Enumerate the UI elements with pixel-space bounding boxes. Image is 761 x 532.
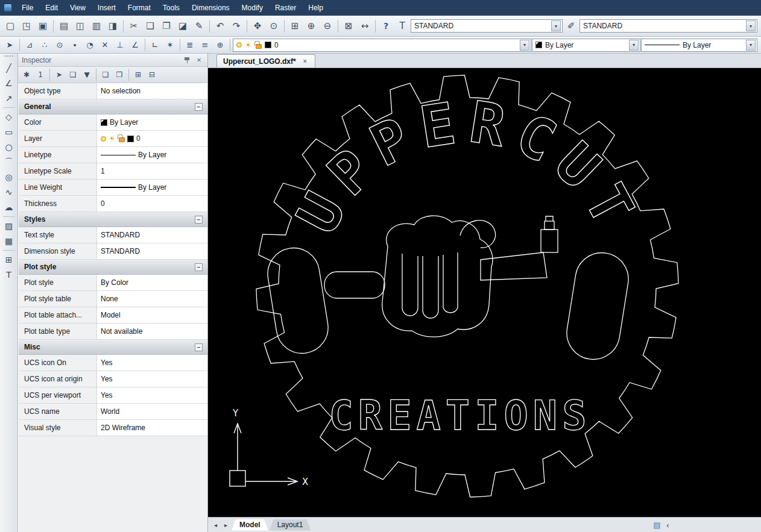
open-button[interactable]: ◳ bbox=[19, 19, 34, 34]
dim-style-button[interactable]: ✐ bbox=[563, 19, 579, 34]
print-preview-button[interactable]: ◫ bbox=[72, 19, 88, 34]
chevron-down-icon[interactable] bbox=[551, 20, 561, 31]
paste-button[interactable]: ❐ bbox=[159, 19, 174, 34]
chevron-down-icon[interactable] bbox=[746, 20, 756, 31]
table-button[interactable]: ⊞ bbox=[2, 252, 16, 267]
paste-special-button[interactable]: ◪ bbox=[175, 19, 191, 34]
osnap-node-button[interactable]: ∙ bbox=[68, 39, 82, 52]
ortho-button[interactable]: ∟ bbox=[148, 39, 162, 52]
model-nav-back-button[interactable] bbox=[211, 520, 220, 530]
zoom-realtime-button[interactable]: ⊙ bbox=[266, 19, 282, 34]
collapse-icon[interactable]: − bbox=[195, 216, 203, 224]
polygon-button[interactable]: ◇ bbox=[2, 110, 16, 124]
osnap-endpoint-button[interactable]: ⊿ bbox=[22, 39, 37, 52]
menu-insert[interactable]: Insert bbox=[92, 1, 122, 14]
undo-button[interactable]: ↶ bbox=[212, 19, 228, 34]
menu-raster[interactable]: Raster bbox=[269, 1, 302, 14]
menu-file[interactable]: File bbox=[16, 1, 39, 14]
arc-button[interactable]: ⌒ bbox=[2, 155, 16, 169]
copy-properties-button[interactable]: ❏ bbox=[99, 69, 112, 81]
chevron-down-icon[interactable] bbox=[629, 40, 639, 51]
rectangle-button[interactable]: ▭ bbox=[2, 125, 16, 139]
menu-view[interactable]: View bbox=[64, 1, 92, 14]
property-row-plot-style[interactable]: Plot style By Color bbox=[19, 275, 207, 291]
zoom-out-button[interactable]: ⊖ bbox=[320, 19, 335, 34]
collapse-icon[interactable]: − bbox=[195, 263, 203, 271]
plot-button[interactable]: ▤ bbox=[56, 19, 72, 34]
property-row-ucs-icon-on[interactable]: UCS icon On Yes bbox=[19, 355, 207, 371]
circle-button[interactable]: ○ bbox=[2, 140, 16, 154]
property-row-ucs-icon-origin[interactable]: UCS icon at origin Yes bbox=[19, 371, 207, 387]
model-nav-forward-button[interactable] bbox=[221, 520, 230, 530]
spline-button[interactable]: ∿ bbox=[2, 185, 16, 199]
grid-view-button[interactable]: ⊞ bbox=[131, 69, 145, 81]
menu-help[interactable]: Help bbox=[302, 1, 329, 14]
linetype-combo[interactable]: By Layer bbox=[641, 39, 757, 52]
auto-hide-pin-button[interactable] bbox=[182, 55, 192, 65]
property-row-linetype[interactable]: Linetype By Layer bbox=[19, 147, 207, 163]
measure-button[interactable]: ↔ bbox=[357, 19, 373, 34]
osnap-midpoint-button[interactable]: ∴ bbox=[37, 39, 52, 52]
grid-compact-button[interactable]: ⊟ bbox=[145, 69, 159, 81]
property-row-plot-style-table[interactable]: Plot style table None bbox=[19, 291, 207, 307]
text-style-button[interactable]: T bbox=[394, 19, 410, 34]
quick-filter-button[interactable]: ▼ bbox=[80, 69, 93, 81]
insert-image-button[interactable]: ▦ bbox=[2, 234, 16, 248]
property-row-linetype-scale[interactable]: Linetype Scale 1 bbox=[19, 163, 207, 180]
pan-button[interactable]: ✥ bbox=[250, 19, 265, 34]
select-objects-button[interactable]: ➤ bbox=[52, 69, 66, 81]
section-general[interactable]: General − bbox=[19, 99, 207, 114]
property-row-lineweight[interactable]: Line Weight By Layer bbox=[19, 180, 207, 196]
export-button[interactable]: ◨ bbox=[105, 19, 121, 34]
select-similar-button[interactable]: ❏ bbox=[66, 69, 80, 81]
chevron-down-icon[interactable] bbox=[746, 40, 756, 51]
document-close-button[interactable] bbox=[302, 57, 309, 66]
collapse-icon[interactable]: − bbox=[195, 103, 203, 111]
chevron-down-icon[interactable] bbox=[520, 40, 529, 51]
line-button[interactable]: ╱ bbox=[2, 61, 16, 75]
view-categorized-button[interactable]: ✱ bbox=[20, 69, 33, 81]
property-row-layer[interactable]: Layer 0 bbox=[19, 131, 207, 147]
select-button[interactable]: ➤ bbox=[2, 39, 17, 52]
property-row-ucs-name[interactable]: UCS name World bbox=[19, 404, 207, 420]
copy-button[interactable]: ❏ bbox=[142, 19, 158, 34]
sheet-preview-button[interactable] bbox=[652, 520, 662, 530]
property-row-dim-style[interactable]: Dimension style STANDARD bbox=[19, 243, 207, 260]
polar-tracking-button[interactable]: ✶ bbox=[163, 39, 177, 52]
osnap-perpendicular-button[interactable]: ⊥ bbox=[113, 39, 127, 52]
menu-edit[interactable]: Edit bbox=[39, 1, 64, 14]
new-button[interactable]: ▢ bbox=[2, 19, 18, 34]
section-styles[interactable]: Styles − bbox=[19, 212, 207, 227]
make-object-layer-button[interactable]: ⊕ bbox=[213, 39, 227, 52]
save-button[interactable]: ▣ bbox=[35, 19, 51, 34]
color-combo[interactable]: By Layer bbox=[532, 39, 640, 52]
osnap-intersection-button[interactable]: ✕ bbox=[98, 39, 112, 52]
property-row-ucs-per-viewport[interactable]: UCS per viewport Yes bbox=[19, 387, 207, 404]
menu-format[interactable]: Format bbox=[122, 1, 157, 14]
paste-properties-button[interactable]: ❐ bbox=[113, 69, 126, 81]
zoom-extents-button[interactable]: ⊠ bbox=[341, 19, 356, 34]
text-style-combo[interactable]: STANDARD bbox=[411, 19, 563, 33]
document-tab[interactable]: Uppercut_LOGO.dxf* bbox=[216, 54, 315, 67]
section-misc[interactable]: Misc − bbox=[19, 340, 207, 355]
layer-states-button[interactable]: ≡ bbox=[198, 39, 212, 52]
publish-button[interactable]: ▥ bbox=[89, 19, 104, 34]
menu-modify[interactable]: Modify bbox=[236, 1, 269, 14]
model-scroll-left-button[interactable] bbox=[663, 520, 672, 530]
drawing-canvas[interactable]: UPPERCUT CREATIONS Y X bbox=[208, 68, 761, 517]
view-alphabetic-button[interactable]: 1 bbox=[34, 69, 47, 81]
revision-cloud-button[interactable]: ☁ bbox=[2, 200, 16, 214]
cut-button[interactable]: ✂ bbox=[126, 19, 142, 34]
collapse-icon[interactable]: − bbox=[195, 343, 203, 351]
hatch-button[interactable]: ▨ bbox=[2, 219, 16, 233]
osnap-tangent-button[interactable]: ∠ bbox=[128, 39, 142, 52]
property-row-visual-style[interactable]: Visual style 2D Wireframe bbox=[19, 420, 207, 436]
menu-dimensions[interactable]: Dimensions bbox=[186, 1, 236, 14]
zoom-in-button[interactable]: ⊕ bbox=[303, 19, 319, 34]
tab-layout1[interactable]: Layout1 bbox=[270, 519, 311, 531]
layer-properties-button[interactable]: ≣ bbox=[183, 39, 197, 52]
dim-style-combo[interactable]: STANDARD bbox=[579, 19, 757, 33]
tab-model[interactable]: Model bbox=[232, 519, 268, 531]
section-plot-style[interactable]: Plot style − bbox=[19, 260, 207, 275]
inspector-close-button[interactable] bbox=[194, 55, 204, 65]
